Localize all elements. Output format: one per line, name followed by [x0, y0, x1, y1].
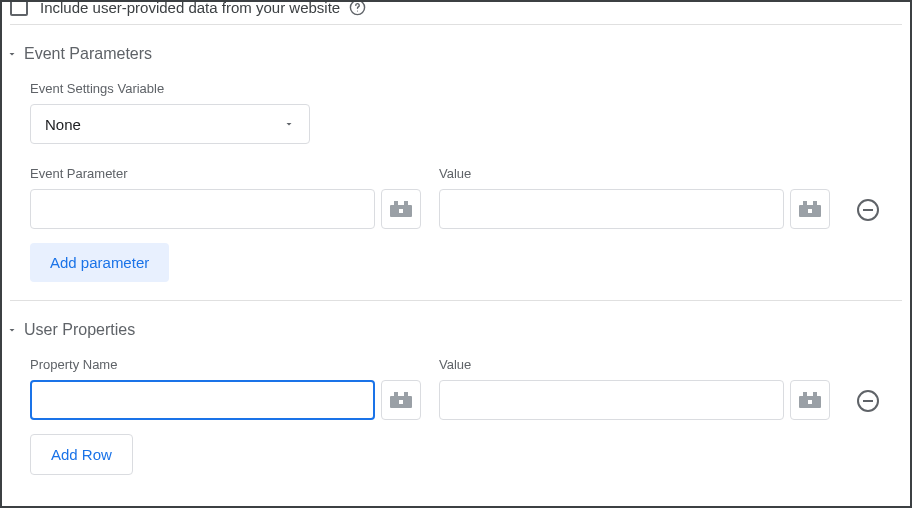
svg-point-1: [357, 10, 358, 11]
svg-rect-7: [803, 201, 807, 205]
include-user-data-checkbox[interactable]: [10, 0, 28, 16]
include-user-data-label: Include user-provided data from your web…: [40, 0, 340, 16]
svg-rect-17: [803, 392, 807, 396]
chevron-down-icon: [6, 48, 18, 60]
svg-rect-18: [813, 392, 817, 396]
property-name-variable-button[interactable]: [381, 380, 421, 420]
help-icon[interactable]: [348, 0, 366, 16]
property-value-variable-button[interactable]: [790, 380, 830, 420]
property-value-input[interactable]: [439, 380, 784, 420]
user-properties-header[interactable]: User Properties: [12, 321, 882, 339]
add-row-button[interactable]: Add Row: [30, 434, 133, 475]
property-value-label: Value: [439, 357, 830, 372]
add-parameter-button[interactable]: Add parameter: [30, 243, 169, 282]
property-name-label: Property Name: [30, 357, 421, 372]
svg-rect-14: [404, 392, 408, 396]
svg-rect-5: [399, 209, 403, 213]
event-settings-variable-select[interactable]: None: [30, 104, 310, 144]
svg-rect-19: [808, 400, 812, 404]
svg-rect-4: [404, 201, 408, 205]
event-settings-variable-value: None: [45, 116, 81, 133]
remove-parameter-button[interactable]: [854, 196, 882, 224]
svg-rect-3: [394, 201, 398, 205]
chevron-down-icon: [6, 324, 18, 336]
event-settings-variable-label: Event Settings Variable: [30, 81, 882, 96]
svg-rect-13: [394, 392, 398, 396]
dropdown-arrow-icon: [283, 116, 295, 133]
svg-rect-15: [399, 400, 403, 404]
remove-property-button[interactable]: [854, 387, 882, 415]
event-parameters-header[interactable]: Event Parameters: [12, 45, 882, 63]
event-parameter-variable-button[interactable]: [381, 189, 421, 229]
svg-rect-9: [808, 209, 812, 213]
property-name-input[interactable]: [30, 380, 375, 420]
event-parameters-title: Event Parameters: [24, 45, 152, 63]
event-parameter-label: Event Parameter: [30, 166, 421, 181]
user-properties-title: User Properties: [24, 321, 135, 339]
svg-rect-8: [813, 201, 817, 205]
event-parameter-input[interactable]: [30, 189, 375, 229]
event-value-label: Value: [439, 166, 830, 181]
event-value-input[interactable]: [439, 189, 784, 229]
event-value-variable-button[interactable]: [790, 189, 830, 229]
